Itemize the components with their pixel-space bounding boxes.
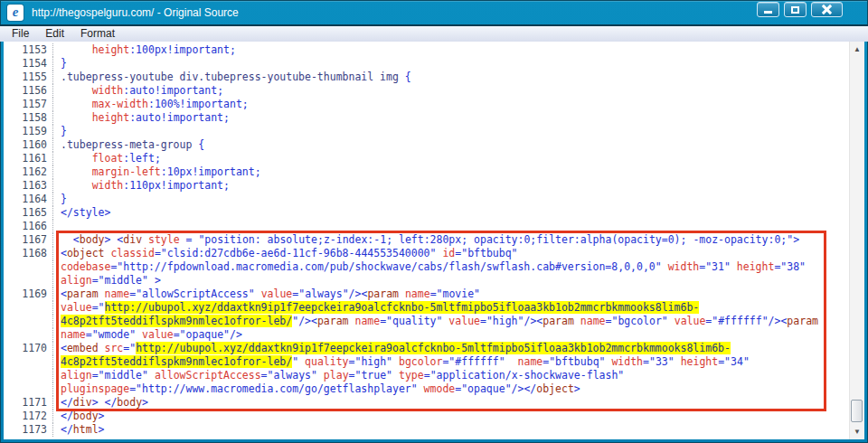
code-segment: /><: [769, 315, 788, 327]
code-line: 4c8p2tft5teddiflspkm9nmlec1ofror-leb/" q…: [53, 355, 750, 369]
code-segment: object: [536, 382, 574, 395]
code-segment: width: [92, 84, 124, 97]
line-number: 1170: [4, 342, 53, 355]
code-segment: ;: [155, 152, 161, 165]
menu-item-file[interactable]: File: [4, 26, 37, 42]
code-segment: name: [354, 315, 380, 327]
menu-item-edit[interactable]: Edit: [37, 26, 72, 42]
code-segment: param: [542, 315, 574, 327]
minimize-button[interactable]: [757, 2, 779, 17]
code-line: 4c8p2tft5teddiflspkm9nmlec1ofror-leb/"/>…: [53, 315, 818, 328]
line-number: 1158: [4, 111, 53, 125]
code-row: 4c8p2tft5teddiflspkm9nmlec1ofror-leb/" q…: [4, 355, 849, 369]
code-segment: "34": [724, 355, 750, 368]
title-bar[interactable]: e http://thegospelguru.com/ - Original S…: [0, 0, 868, 24]
code-segment: =: [92, 274, 99, 287]
code-segment: height: [92, 111, 130, 124]
menu-item-format[interactable]: Format: [72, 26, 123, 42]
code-segment: auto!important: [129, 84, 217, 97]
code-row: 1159}: [4, 125, 849, 138]
code-segment: "application/x-shockwave-flash": [430, 369, 625, 382]
vertical-scrollbar[interactable]: ▲ ▼: [849, 42, 864, 439]
code-row: 1166: [4, 220, 849, 233]
code-line: align="middle" >: [53, 274, 161, 287]
line-number: 1167: [4, 233, 53, 247]
code-segment: width: [92, 179, 124, 192]
maximize-button[interactable]: [784, 2, 807, 17]
code-segment: value: [448, 315, 480, 327]
scrollbar-thumb[interactable]: [851, 400, 863, 422]
code-segment: 10px!important: [167, 165, 255, 178]
code-segment: [61, 98, 92, 110]
line-number: 1156: [4, 84, 53, 98]
code-segment: [148, 369, 155, 382]
close-icon: [822, 5, 832, 14]
code-segment: [675, 355, 681, 368]
code-line: </body>: [53, 410, 105, 423]
code-segment: [61, 179, 92, 192]
line-number: [4, 369, 53, 382]
code-segment: align: [61, 369, 92, 382]
code-line: align="middle" allowScriptAccess="always…: [53, 369, 624, 382]
line-number: 1166: [4, 220, 53, 233]
code-line: }: [53, 193, 67, 206]
code-segment: }: [61, 125, 67, 137]
code-segment: {: [405, 71, 411, 83]
code-segment: =: [155, 247, 161, 259]
code-segment: >: [99, 410, 105, 422]
code-segment: </: [61, 410, 73, 422]
code-segment: max-width: [92, 98, 148, 110]
code-line: height:100px!important;: [53, 43, 236, 57]
code-line: }: [53, 125, 67, 138]
code-segment: [731, 260, 737, 273]
code-segment: }: [61, 57, 67, 70]
close-button[interactable]: [811, 2, 843, 17]
code-segment: =: [174, 328, 180, 341]
code-segment: [99, 287, 105, 300]
code-segment: html: [73, 423, 99, 436]
code-line: margin-left:10px!important;: [53, 165, 261, 179]
code-segment: =: [480, 315, 486, 327]
code-row: 1171</div> </body>: [4, 396, 849, 410]
code-segment: height: [681, 355, 719, 368]
code-row: name="wmode" value="opaque"/>: [4, 328, 849, 342]
code-segment: quality: [305, 355, 348, 368]
code-segment: :: [148, 98, 155, 110]
code-line: max-width:100%!important;: [53, 98, 249, 111]
scroll-down-arrow[interactable]: ▼: [850, 424, 864, 439]
code-row: 1160.tubepress-meta-group {: [4, 138, 849, 152]
code-segment: "opaque": [461, 382, 511, 395]
code-row: 1165</style>: [4, 206, 849, 220]
code-segment: <: [61, 287, 67, 300]
code-segment: [255, 287, 261, 300]
code-segment: [418, 382, 424, 395]
code-segment: >: [92, 396, 105, 409]
code-rows: 1153 height:100px!important;1154}1155.tu…: [4, 43, 849, 437]
code-row: 1170<embed src="http://ubupol.xyz/ddaxtk…: [4, 342, 849, 355]
code-line: codebase="http://fpdownload.macromedia.c…: [53, 260, 806, 274]
code-segment: "33": [649, 355, 675, 368]
code-segment: classid: [110, 247, 154, 259]
code-segment: [61, 152, 92, 165]
code-segment: "position: absolute;z-index:-1; left:280…: [198, 233, 793, 246]
code-segment: "high": [486, 315, 524, 327]
code-segment: src: [105, 342, 124, 354]
code-segment: </: [105, 396, 118, 409]
internet-explorer-icon: e: [7, 5, 24, 21]
source-viewer-window: e http://thegospelguru.com/ - Original S…: [0, 0, 868, 443]
highlighted-malicious-url: http://ubupol.xyz/ddaxtkn9ip1f7eepckeira…: [105, 301, 700, 314]
code-segment: <: [61, 247, 67, 259]
scroll-up-arrow[interactable]: ▲: [850, 42, 864, 57]
code-segment: embed: [67, 342, 99, 354]
line-number: [4, 328, 53, 342]
code-line: <param name="allowScriptAccess" value="a…: [53, 287, 480, 301]
code-segment: "allowScriptAccess": [136, 287, 255, 300]
code-segment: =: [92, 369, 99, 382]
code-segment: >: [148, 274, 161, 287]
code-row: align="middle" >: [4, 274, 849, 287]
code-segment: div: [123, 233, 142, 246]
code-segment: "bftbubq": [549, 355, 605, 368]
code-segment: [61, 111, 92, 124]
code-segment: "true": [355, 369, 393, 382]
maximize-icon: [791, 6, 799, 14]
